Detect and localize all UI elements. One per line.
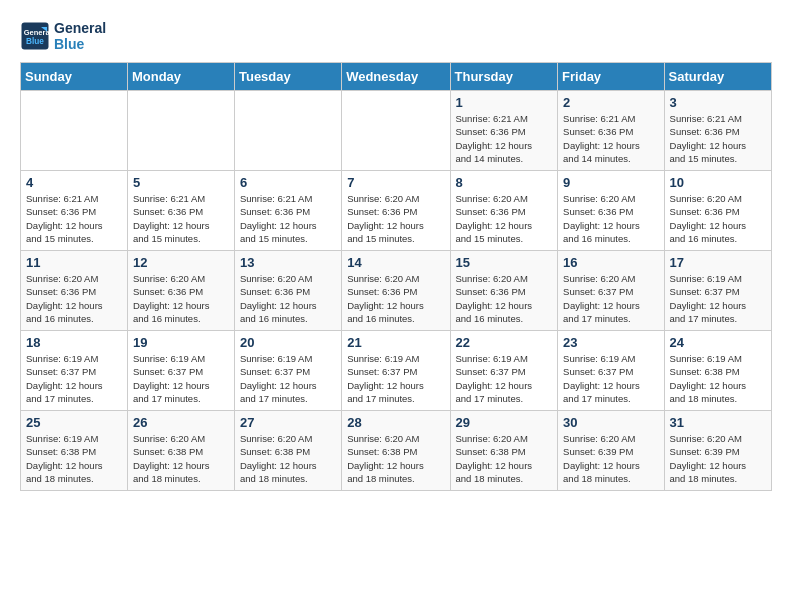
page-header: General Blue General Blue (20, 20, 772, 52)
weekday-cell: Thursday (450, 63, 558, 91)
calendar-cell: 4Sunrise: 6:21 AM Sunset: 6:36 PM Daylig… (21, 171, 128, 251)
logo-icon: General Blue (20, 21, 50, 51)
weekday-header: SundayMondayTuesdayWednesdayThursdayFrid… (21, 63, 772, 91)
calendar-row: 1Sunrise: 6:21 AM Sunset: 6:36 PM Daylig… (21, 91, 772, 171)
calendar-cell: 24Sunrise: 6:19 AM Sunset: 6:38 PM Dayli… (664, 331, 771, 411)
calendar-cell: 7Sunrise: 6:20 AM Sunset: 6:36 PM Daylig… (342, 171, 450, 251)
calendar-body: 1Sunrise: 6:21 AM Sunset: 6:36 PM Daylig… (21, 91, 772, 491)
calendar-cell (342, 91, 450, 171)
day-number: 13 (240, 255, 336, 270)
day-info: Sunrise: 6:20 AM Sunset: 6:36 PM Dayligh… (347, 192, 444, 245)
calendar-cell: 1Sunrise: 6:21 AM Sunset: 6:36 PM Daylig… (450, 91, 558, 171)
calendar-cell: 23Sunrise: 6:19 AM Sunset: 6:37 PM Dayli… (558, 331, 664, 411)
day-info: Sunrise: 6:20 AM Sunset: 6:38 PM Dayligh… (240, 432, 336, 485)
day-number: 3 (670, 95, 766, 110)
calendar-cell: 30Sunrise: 6:20 AM Sunset: 6:39 PM Dayli… (558, 411, 664, 491)
day-number: 12 (133, 255, 229, 270)
day-number: 17 (670, 255, 766, 270)
day-number: 2 (563, 95, 658, 110)
day-info: Sunrise: 6:20 AM Sunset: 6:39 PM Dayligh… (563, 432, 658, 485)
calendar-cell (21, 91, 128, 171)
day-number: 29 (456, 415, 553, 430)
day-number: 27 (240, 415, 336, 430)
day-number: 18 (26, 335, 122, 350)
day-number: 1 (456, 95, 553, 110)
weekday-cell: Sunday (21, 63, 128, 91)
day-number: 10 (670, 175, 766, 190)
day-info: Sunrise: 6:19 AM Sunset: 6:37 PM Dayligh… (670, 272, 766, 325)
calendar-cell: 29Sunrise: 6:20 AM Sunset: 6:38 PM Dayli… (450, 411, 558, 491)
calendar-cell: 20Sunrise: 6:19 AM Sunset: 6:37 PM Dayli… (234, 331, 341, 411)
calendar-cell: 26Sunrise: 6:20 AM Sunset: 6:38 PM Dayli… (127, 411, 234, 491)
calendar-cell: 14Sunrise: 6:20 AM Sunset: 6:36 PM Dayli… (342, 251, 450, 331)
day-info: Sunrise: 6:20 AM Sunset: 6:36 PM Dayligh… (347, 272, 444, 325)
day-number: 15 (456, 255, 553, 270)
calendar-cell: 2Sunrise: 6:21 AM Sunset: 6:36 PM Daylig… (558, 91, 664, 171)
day-info: Sunrise: 6:20 AM Sunset: 6:39 PM Dayligh… (670, 432, 766, 485)
day-number: 31 (670, 415, 766, 430)
calendar-cell: 19Sunrise: 6:19 AM Sunset: 6:37 PM Dayli… (127, 331, 234, 411)
day-number: 19 (133, 335, 229, 350)
calendar-cell: 21Sunrise: 6:19 AM Sunset: 6:37 PM Dayli… (342, 331, 450, 411)
weekday-cell: Tuesday (234, 63, 341, 91)
day-number: 8 (456, 175, 553, 190)
day-info: Sunrise: 6:21 AM Sunset: 6:36 PM Dayligh… (26, 192, 122, 245)
calendar-cell: 15Sunrise: 6:20 AM Sunset: 6:36 PM Dayli… (450, 251, 558, 331)
day-info: Sunrise: 6:20 AM Sunset: 6:36 PM Dayligh… (456, 272, 553, 325)
calendar-cell: 13Sunrise: 6:20 AM Sunset: 6:36 PM Dayli… (234, 251, 341, 331)
weekday-cell: Wednesday (342, 63, 450, 91)
calendar-cell: 17Sunrise: 6:19 AM Sunset: 6:37 PM Dayli… (664, 251, 771, 331)
day-number: 22 (456, 335, 553, 350)
calendar-cell: 31Sunrise: 6:20 AM Sunset: 6:39 PM Dayli… (664, 411, 771, 491)
day-number: 28 (347, 415, 444, 430)
day-info: Sunrise: 6:20 AM Sunset: 6:36 PM Dayligh… (26, 272, 122, 325)
day-number: 21 (347, 335, 444, 350)
day-number: 6 (240, 175, 336, 190)
day-info: Sunrise: 6:20 AM Sunset: 6:38 PM Dayligh… (133, 432, 229, 485)
day-info: Sunrise: 6:21 AM Sunset: 6:36 PM Dayligh… (240, 192, 336, 245)
calendar-row: 4Sunrise: 6:21 AM Sunset: 6:36 PM Daylig… (21, 171, 772, 251)
day-info: Sunrise: 6:19 AM Sunset: 6:37 PM Dayligh… (456, 352, 553, 405)
calendar-cell: 3Sunrise: 6:21 AM Sunset: 6:36 PM Daylig… (664, 91, 771, 171)
day-number: 20 (240, 335, 336, 350)
day-number: 24 (670, 335, 766, 350)
calendar-row: 18Sunrise: 6:19 AM Sunset: 6:37 PM Dayli… (21, 331, 772, 411)
day-info: Sunrise: 6:19 AM Sunset: 6:38 PM Dayligh… (670, 352, 766, 405)
day-number: 4 (26, 175, 122, 190)
calendar-cell: 10Sunrise: 6:20 AM Sunset: 6:36 PM Dayli… (664, 171, 771, 251)
calendar-table: SundayMondayTuesdayWednesdayThursdayFrid… (20, 62, 772, 491)
calendar-cell (127, 91, 234, 171)
day-number: 25 (26, 415, 122, 430)
day-number: 9 (563, 175, 658, 190)
calendar-cell: 27Sunrise: 6:20 AM Sunset: 6:38 PM Dayli… (234, 411, 341, 491)
day-info: Sunrise: 6:20 AM Sunset: 6:36 PM Dayligh… (563, 192, 658, 245)
svg-text:Blue: Blue (26, 37, 44, 46)
weekday-cell: Monday (127, 63, 234, 91)
day-number: 26 (133, 415, 229, 430)
day-info: Sunrise: 6:19 AM Sunset: 6:37 PM Dayligh… (347, 352, 444, 405)
day-info: Sunrise: 6:21 AM Sunset: 6:36 PM Dayligh… (133, 192, 229, 245)
calendar-cell: 16Sunrise: 6:20 AM Sunset: 6:37 PM Dayli… (558, 251, 664, 331)
weekday-cell: Friday (558, 63, 664, 91)
day-number: 5 (133, 175, 229, 190)
day-info: Sunrise: 6:19 AM Sunset: 6:38 PM Dayligh… (26, 432, 122, 485)
day-info: Sunrise: 6:19 AM Sunset: 6:37 PM Dayligh… (26, 352, 122, 405)
day-info: Sunrise: 6:19 AM Sunset: 6:37 PM Dayligh… (133, 352, 229, 405)
calendar-cell: 6Sunrise: 6:21 AM Sunset: 6:36 PM Daylig… (234, 171, 341, 251)
logo-text: General Blue (54, 20, 106, 52)
day-info: Sunrise: 6:21 AM Sunset: 6:36 PM Dayligh… (456, 112, 553, 165)
day-info: Sunrise: 6:20 AM Sunset: 6:36 PM Dayligh… (240, 272, 336, 325)
calendar-cell: 8Sunrise: 6:20 AM Sunset: 6:36 PM Daylig… (450, 171, 558, 251)
day-number: 7 (347, 175, 444, 190)
calendar-row: 25Sunrise: 6:19 AM Sunset: 6:38 PM Dayli… (21, 411, 772, 491)
day-number: 11 (26, 255, 122, 270)
calendar-cell: 28Sunrise: 6:20 AM Sunset: 6:38 PM Dayli… (342, 411, 450, 491)
day-info: Sunrise: 6:20 AM Sunset: 6:37 PM Dayligh… (563, 272, 658, 325)
day-info: Sunrise: 6:19 AM Sunset: 6:37 PM Dayligh… (563, 352, 658, 405)
logo: General Blue General Blue (20, 20, 106, 52)
calendar-cell: 25Sunrise: 6:19 AM Sunset: 6:38 PM Dayli… (21, 411, 128, 491)
day-info: Sunrise: 6:20 AM Sunset: 6:36 PM Dayligh… (456, 192, 553, 245)
calendar-cell: 12Sunrise: 6:20 AM Sunset: 6:36 PM Dayli… (127, 251, 234, 331)
day-info: Sunrise: 6:20 AM Sunset: 6:38 PM Dayligh… (456, 432, 553, 485)
day-number: 23 (563, 335, 658, 350)
